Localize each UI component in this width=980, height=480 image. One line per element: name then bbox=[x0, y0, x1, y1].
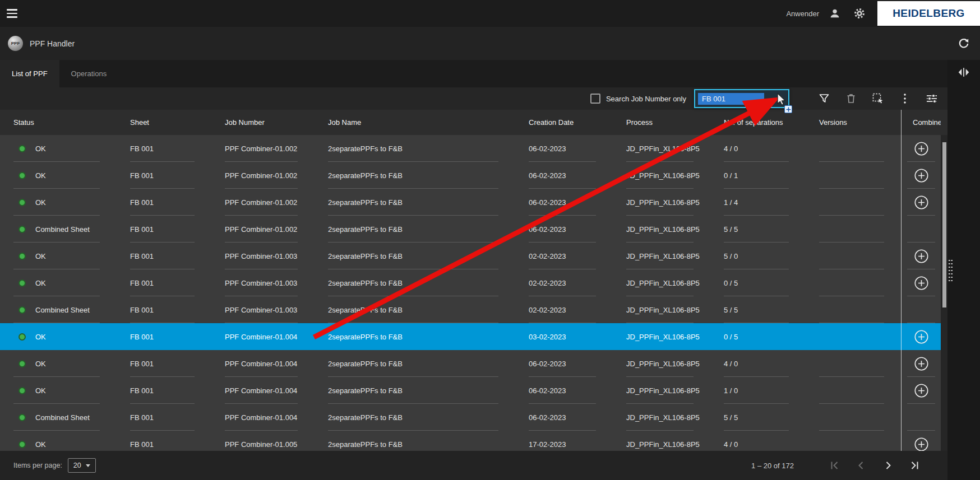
status-ok-icon bbox=[19, 414, 26, 421]
next-page-button[interactable] bbox=[881, 459, 895, 472]
search-job-number-only-checkbox[interactable] bbox=[590, 94, 600, 104]
status-label: OK bbox=[35, 333, 46, 341]
table-row[interactable]: Combined Sheet FB 001 PPF Combiner-01.00… bbox=[0, 296, 941, 323]
table-row[interactable]: OK FB 001 PPF Combiner-01.002 2separateP… bbox=[0, 189, 941, 216]
versions-cell bbox=[806, 377, 901, 404]
job-number-cell: PPF Combiner-01.004 bbox=[211, 377, 315, 404]
sheet-cell: FB 001 bbox=[117, 243, 211, 269]
combine-button[interactable] bbox=[913, 275, 929, 291]
sheet-cell: FB 001 bbox=[117, 431, 211, 451]
table-row[interactable]: OK FB 001 PPF Combiner-01.004 2separateP… bbox=[0, 323, 941, 350]
table-row[interactable]: Combined Sheet FB 001 PPF Combiner-01.00… bbox=[0, 404, 941, 431]
scrollbar-thumb[interactable] bbox=[942, 142, 946, 307]
column-header-separations: No. of separations bbox=[710, 118, 806, 127]
status-cell: Combined Sheet bbox=[0, 216, 117, 243]
table-row[interactable]: OK FB 001 PPF Combiner-01.004 2separateP… bbox=[0, 350, 941, 377]
creation-date-cell: 06-02-2023 bbox=[515, 135, 613, 162]
status-ok-icon bbox=[19, 441, 26, 448]
combine-cell bbox=[901, 216, 941, 243]
status-cell: OK bbox=[0, 431, 117, 451]
combine-cell bbox=[901, 135, 941, 162]
table-row[interactable]: OK FB 001 PPF Combiner-01.005 2separateP… bbox=[0, 431, 941, 451]
heidelberg-logo-text: HEIDELBERG bbox=[893, 7, 965, 20]
status-ok-icon bbox=[19, 226, 26, 233]
panel-resize-grip[interactable] bbox=[948, 259, 953, 282]
combine-button[interactable] bbox=[913, 356, 929, 371]
status-label: OK bbox=[35, 386, 46, 395]
combine-button[interactable] bbox=[913, 141, 929, 156]
menu-icon[interactable] bbox=[7, 4, 26, 23]
table-row[interactable]: OK FB 001 PPF Combiner-01.002 2separateP… bbox=[0, 135, 941, 162]
status-label: Combined Sheet bbox=[35, 225, 90, 234]
search-input[interactable]: Search FB 001 bbox=[694, 89, 789, 108]
creation-date-cell: 02-02-2023 bbox=[515, 243, 613, 269]
table-row[interactable]: OK FB 001 PPF Combiner-01.003 2separateP… bbox=[0, 243, 941, 269]
creation-date-cell: 06-02-2023 bbox=[515, 350, 613, 377]
job-name-cell: 2separatePPFs to F&B bbox=[315, 162, 515, 189]
sheet-cell: FB 001 bbox=[117, 135, 211, 162]
combine-button[interactable] bbox=[913, 194, 929, 210]
table-row[interactable]: OK FB 001 PPF Combiner-01.003 2separateP… bbox=[0, 269, 941, 296]
table-row[interactable]: Combined Sheet FB 001 PPF Combiner-01.00… bbox=[0, 216, 941, 243]
combine-button[interactable] bbox=[913, 167, 929, 183]
first-page-button[interactable] bbox=[828, 459, 841, 472]
user-icon[interactable] bbox=[828, 7, 842, 20]
tab-operations[interactable]: Operations bbox=[59, 60, 119, 87]
status-ok-icon bbox=[19, 145, 26, 152]
sheet-cell: FB 001 bbox=[117, 269, 211, 296]
status-cell: Combined Sheet bbox=[0, 296, 117, 323]
process-cell: JD_PPFin_XL106-8P5 bbox=[613, 431, 710, 451]
refresh-icon[interactable] bbox=[956, 36, 971, 51]
sheet-cell: FB 001 bbox=[117, 189, 211, 216]
status-label: OK bbox=[35, 252, 46, 260]
status-label: OK bbox=[35, 145, 46, 153]
job-name-cell: 2separatePPFs to F&B bbox=[315, 243, 515, 269]
combine-button[interactable] bbox=[913, 329, 929, 344]
status-cell: OK bbox=[0, 135, 117, 162]
select-area-icon[interactable] bbox=[871, 92, 885, 105]
column-header-status: Status bbox=[0, 118, 117, 127]
status-ok-icon bbox=[19, 172, 26, 179]
previous-page-button[interactable] bbox=[854, 459, 868, 472]
page-size-select[interactable]: 20 bbox=[68, 458, 96, 473]
status-cell: Combined Sheet bbox=[0, 404, 117, 431]
split-view-icon[interactable] bbox=[956, 65, 971, 80]
status-label: OK bbox=[35, 171, 46, 180]
job-number-cell: PPF Combiner-01.002 bbox=[211, 162, 315, 189]
more-options-icon[interactable] bbox=[898, 92, 912, 105]
gear-icon[interactable] bbox=[853, 7, 866, 20]
separations-cell: 5 / 0 bbox=[710, 243, 806, 269]
table-row[interactable]: OK FB 001 PPF Combiner-01.002 2separateP… bbox=[0, 162, 941, 189]
settings-sliders-icon[interactable] bbox=[925, 92, 939, 105]
status-label: OK bbox=[35, 440, 46, 449]
table-row[interactable]: OK FB 001 PPF Combiner-01.004 2separateP… bbox=[0, 377, 941, 404]
last-page-button[interactable] bbox=[908, 459, 922, 472]
tab-list-of-ppf[interactable]: List of PPF bbox=[0, 60, 59, 87]
status-label: Combined Sheet bbox=[35, 413, 90, 422]
column-header-versions: Versions bbox=[806, 118, 901, 127]
topbar: Anwender HEIDELBERG bbox=[0, 0, 980, 27]
combine-button[interactable] bbox=[913, 436, 929, 451]
versions-cell bbox=[806, 404, 901, 431]
combine-button[interactable] bbox=[913, 248, 929, 264]
sheet-cell: FB 001 bbox=[117, 296, 211, 323]
delete-icon[interactable] bbox=[844, 92, 858, 105]
sheet-cell: FB 001 bbox=[117, 377, 211, 404]
process-cell: JD_PPFin_XL106-8P5 bbox=[613, 243, 710, 269]
status-cell: OK bbox=[0, 377, 117, 404]
creation-date-cell: 02-02-2023 bbox=[515, 269, 613, 296]
separations-cell: 0 / 5 bbox=[710, 269, 806, 296]
status-ok-icon bbox=[19, 279, 26, 287]
sheet-cell: FB 001 bbox=[117, 350, 211, 377]
creation-date-cell: 02-02-2023 bbox=[515, 296, 613, 323]
process-cell: JD_PPFin_XL106-8P5 bbox=[613, 135, 710, 162]
column-header-combine: Combine bbox=[901, 110, 941, 135]
job-name-cell: 2separatePPFs to F&B bbox=[315, 135, 515, 162]
combine-button[interactable] bbox=[913, 383, 929, 398]
versions-cell bbox=[806, 350, 901, 377]
job-number-cell: PPF Combiner-01.004 bbox=[211, 404, 315, 431]
status-cell: OK bbox=[0, 323, 117, 350]
job-name-cell: 2separatePPFs to F&B bbox=[315, 404, 515, 431]
status-ok-icon bbox=[19, 387, 26, 394]
filter-icon[interactable] bbox=[817, 92, 831, 105]
